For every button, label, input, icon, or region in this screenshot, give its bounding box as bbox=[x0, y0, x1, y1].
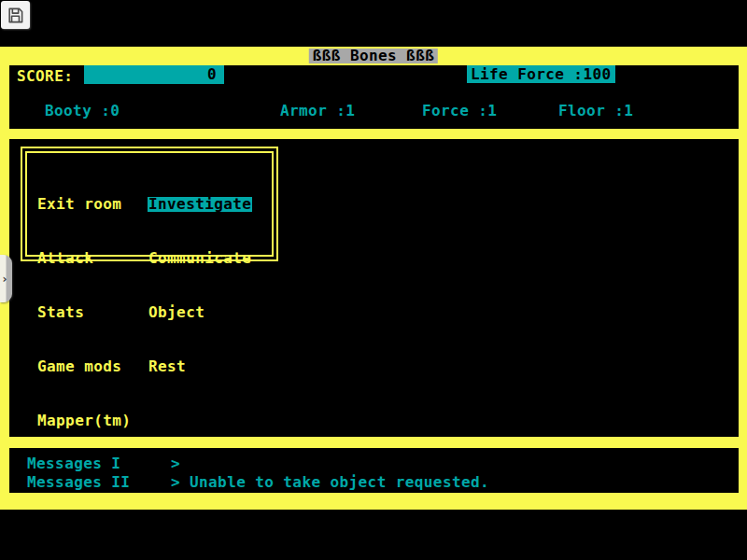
score-label: SCORE: bbox=[17, 69, 73, 84]
stat-floor: Floor :1 bbox=[558, 104, 633, 119]
game-frame: ßßß Bones ßßß SCORE: 0 Life Force :100 B… bbox=[0, 47, 747, 510]
score-bar: 0 bbox=[84, 65, 224, 84]
expand-sidebar-button[interactable]: › bbox=[0, 255, 12, 302]
score-value: 0 bbox=[207, 65, 217, 83]
action-menu-left-column: Exit room Attack Stats Game mods Mapper(… bbox=[37, 161, 131, 468]
menu-item-stats[interactable]: Stats bbox=[37, 305, 84, 320]
stat-armor: Armor :1 bbox=[280, 104, 355, 119]
menu-item-exit-room[interactable]: Exit room bbox=[37, 197, 121, 212]
action-menu: Exit room Attack Stats Game mods Mapper(… bbox=[21, 147, 278, 261]
menu-item-game-mods[interactable]: Game mods bbox=[37, 359, 121, 374]
messages-2-label: Messages II bbox=[27, 475, 130, 490]
action-menu-right-column: Investigate Communicate Object Rest bbox=[148, 161, 252, 413]
chevron-right-icon: › bbox=[1, 273, 8, 285]
game-area: Exit room Attack Stats Game mods Mapper(… bbox=[9, 139, 739, 437]
menu-item-rest[interactable]: Rest bbox=[148, 359, 186, 374]
window-title: ßßß Bones ßßß bbox=[309, 49, 438, 63]
messages-2-text: Unable to take object requested. bbox=[190, 475, 489, 490]
menu-item-attack[interactable]: Attack bbox=[37, 251, 93, 266]
life-force-badge: Life Force :100 bbox=[467, 65, 615, 83]
menu-item-mapper[interactable]: Mapper(tm) bbox=[37, 413, 131, 428]
save-icon bbox=[7, 7, 24, 24]
status-panel: SCORE: 0 Life Force :100 Booty :0 Armor … bbox=[9, 65, 739, 129]
menu-item-investigate[interactable]: Investigate bbox=[148, 197, 252, 212]
menu-item-communicate[interactable]: Communicate bbox=[148, 251, 251, 266]
message-row-2: Messages II > Unable to take object requ… bbox=[9, 475, 739, 494]
save-button[interactable] bbox=[1, 1, 30, 29]
menu-item-object[interactable]: Object bbox=[148, 305, 204, 320]
stat-force: Force :1 bbox=[422, 104, 497, 119]
messages-2-prompt: > bbox=[171, 475, 180, 490]
messages-1-prompt: > bbox=[171, 456, 180, 471]
stat-booty: Booty :0 bbox=[45, 104, 120, 119]
